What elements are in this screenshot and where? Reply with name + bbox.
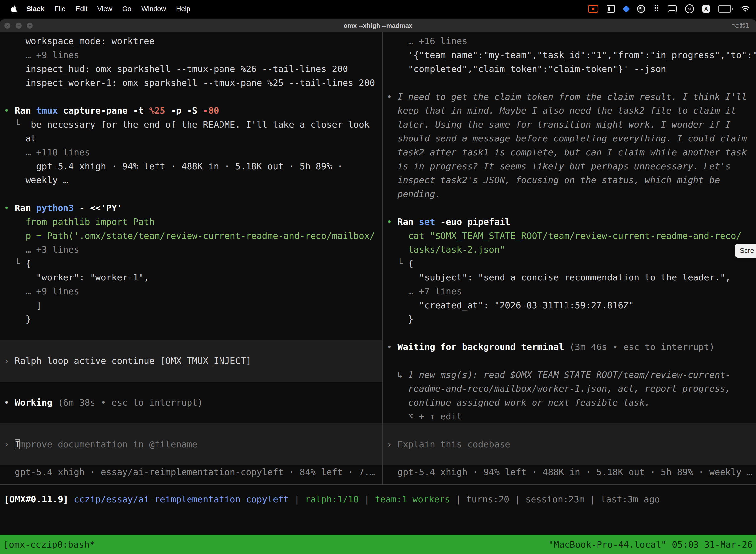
- terminal-line: … +9 lines: [0, 48, 382, 62]
- terminal-line: └ {: [383, 257, 756, 271]
- queued-message-line: › Ralph loop active continue [OMX_TMUX_I…: [0, 354, 382, 368]
- desktop: Slack File Edit View Go Window Help 61 A: [0, 0, 756, 554]
- terminal-line: at: [0, 131, 382, 146]
- terminal-line: [0, 451, 382, 465]
- terminal-line: }: [0, 312, 382, 326]
- active-app-name[interactable]: Slack: [21, 5, 49, 13]
- window-title: omx --xhigh --madmax: [0, 22, 756, 30]
- apple-menu[interactable]: [6, 5, 21, 12]
- menu-go[interactable]: Go: [117, 5, 136, 13]
- menu-view[interactable]: View: [92, 5, 117, 13]
- model-status-line: gpt-5.4 xhigh · essay/ai-reimplementatio…: [0, 465, 382, 479]
- thinking-line: • I need to get the claim token from the…: [383, 90, 756, 104]
- terminal-line: [383, 424, 756, 437]
- terminal-line: workspace_mode: worktree: [0, 34, 382, 48]
- terminal-line: readme-and-reco/mailbox/worker-1.json, a…: [383, 382, 756, 396]
- battery-nub: [732, 8, 733, 10]
- terminal-line: … +9 lines: [0, 284, 382, 298]
- apple-logo-icon: [11, 5, 17, 12]
- menu-edit[interactable]: Edit: [70, 5, 92, 13]
- terminal-line: "subject": "send a concise recommendatio…: [383, 271, 756, 284]
- minimize-button[interactable]: [16, 22, 21, 29]
- terminal-line: gpt-5.4 xhigh · 94% left · 488K in · 5.1…: [0, 159, 382, 173]
- terminal-line: inspect_hud: omx sparkshell --tmux-pane …: [0, 62, 382, 76]
- terminal-line: '{"team_name":"my-team","task_id":"1","f…: [383, 48, 756, 62]
- close-button[interactable]: [4, 22, 10, 29]
- keyboard-icon[interactable]: [668, 5, 677, 12]
- terminal-pane-right[interactable]: … +16 lines '{"team_name":"my-team","tas…: [382, 32, 756, 484]
- menu-bar-left: Slack File Edit View Go Window Help: [6, 5, 195, 13]
- terminal-line: keep that in mind. Maybe I also need the…: [383, 104, 756, 118]
- terminal-line: "completed","claim_token":"claim-token"}…: [383, 62, 756, 76]
- menu-window[interactable]: Window: [136, 5, 171, 13]
- terminal-line: … +3 lines: [0, 243, 382, 257]
- terminal-line: [0, 368, 382, 382]
- tmux-host-clock-label: "MacBook-Pro-44.local" 05:03 31-Mar-26: [548, 539, 753, 550]
- terminal-line: [0, 424, 382, 437]
- zoom-button[interactable]: [27, 22, 33, 29]
- terminal-line: [0, 340, 382, 354]
- terminal-line: [383, 201, 756, 215]
- tmux-session-window-label: [omx-cczip0:bash*: [3, 539, 95, 550]
- input-source-icon[interactable]: A: [702, 5, 710, 13]
- terminal-line: later. Using the same for transition mig…: [383, 118, 756, 131]
- wifi-icon[interactable]: [741, 6, 750, 12]
- gauge-icon[interactable]: 61: [685, 4, 694, 13]
- terminal-line: [383, 451, 756, 465]
- terminal-line: ⌥ + ↑ edit: [383, 409, 756, 424]
- terminal-line: [383, 326, 756, 340]
- terminal-line: "worker": "worker-1",: [0, 271, 382, 284]
- composer-input-line[interactable]: › Improve documentation in @filename: [0, 437, 382, 451]
- screen-tooltip[interactable]: Scre: [735, 244, 756, 258]
- terminal-line: task2 after task1 is complete, but can I…: [383, 146, 756, 159]
- terminal-line: ]: [0, 298, 382, 312]
- terminal-line: [0, 409, 382, 424]
- terminal-line: [0, 90, 382, 104]
- model-status-line: gpt-5.4 xhigh · 94% left · 488K in · 5.1…: [383, 465, 756, 479]
- ran-tmux-capture-pane-line: • Ran tmux capture-pane -t %25 -p -S -80: [0, 104, 382, 118]
- terminal-line: weekly …: [0, 173, 382, 187]
- tmux-panes: workspace_mode: worktree … +9 lines insp…: [0, 32, 756, 484]
- menu-bar-status-items: 61 A: [588, 4, 750, 13]
- terminal-line: pending.: [383, 187, 756, 201]
- menu-help[interactable]: Help: [171, 5, 195, 13]
- terminal-line: from pathlib import Path: [0, 215, 382, 229]
- terminal-window: omx --xhigh --madmax ⌥⌘1 workspace_mode:…: [0, 19, 756, 554]
- terminal-line: continue assigned work or next feasible …: [383, 396, 756, 409]
- screenshot-app-icon[interactable]: [637, 5, 645, 13]
- terminal-line: "created_at": "2026-03-31T11:59:27.816Z": [383, 298, 756, 312]
- window-manager-icon[interactable]: [607, 5, 615, 13]
- terminal-line: └ be necessary for the end of the README…: [0, 118, 382, 131]
- terminal-line: inspect task2's JSON, focusing on the st…: [383, 173, 756, 187]
- terminal-line: inspect_worker-1: omx sparkshell --tmux-…: [0, 76, 382, 90]
- terminal-line: [0, 382, 382, 396]
- terminal-line: [383, 354, 756, 368]
- omx-status-container: [OMX#0.11.9] cczip/essay/ai-reimplementa…: [0, 492, 756, 506]
- terminal-line: … +7 lines: [383, 284, 756, 298]
- terminal-line: … +16 lines: [383, 34, 756, 48]
- tmux-status-bar: [omx-cczip0:bash* "MacBook-Pro-44.local"…: [0, 535, 756, 554]
- screen-recording-indicator-icon[interactable]: [588, 5, 598, 13]
- terminal-line: [0, 326, 382, 340]
- screen-tooltip-label: Scre: [740, 247, 754, 255]
- terminal-line: cat "$OMX_TEAM_STATE_ROOT/team/review-cu…: [383, 229, 756, 243]
- window-titlebar[interactable]: omx --xhigh --madmax ⌥⌘1: [0, 19, 756, 32]
- composer-input-line[interactable]: › Explain this codebase: [383, 437, 756, 451]
- terminal-line: tasks/task-2.json": [383, 243, 756, 257]
- terminal-line: [0, 187, 382, 201]
- terminal-pane-left[interactable]: workspace_mode: worktree … +9 lines insp…: [0, 32, 382, 484]
- terminal-line: should send a message before completing …: [383, 131, 756, 146]
- dots-grid-icon[interactable]: [653, 5, 659, 13]
- terminal-line: … +110 lines: [0, 146, 382, 159]
- menu-file[interactable]: File: [49, 5, 70, 13]
- ran-set-pipefail-line: • Ran set -euo pipefail: [383, 215, 756, 229]
- battery-body: [718, 5, 731, 13]
- waiting-status-line: • Waiting for background terminal (3m 46…: [383, 340, 756, 354]
- traffic-lights: [4, 22, 33, 29]
- pane-bottom-border: [0, 484, 756, 485]
- working-status-line: • Working (6m 38s • esc to interrupt): [0, 396, 382, 409]
- ran-python3-line: • Ran python3 - <<'PY': [0, 201, 382, 215]
- battery-icon[interactable]: [718, 5, 733, 13]
- blue-app-icon[interactable]: [622, 5, 630, 13]
- terminal-line: └ {: [0, 257, 382, 271]
